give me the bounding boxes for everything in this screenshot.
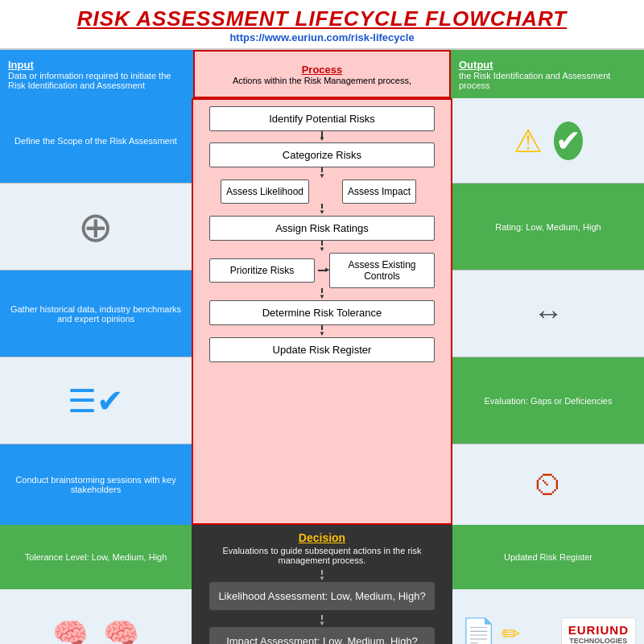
right-item-1-text: Rating: Low, Medium, High bbox=[452, 184, 644, 270]
process-box-likelihood: Assess Likelihood bbox=[221, 180, 309, 204]
left-icon-row-1: ⊕ bbox=[0, 184, 192, 270]
main-title: RISK ASSESSMENT LIFECYCLE FLOWCHART bbox=[0, 6, 644, 31]
left-item-3-text: Conduct brainstorming sessions with key … bbox=[0, 444, 192, 525]
bottom-center: Decision Evaluations to guide subsequent… bbox=[192, 525, 452, 644]
input-title: Input bbox=[8, 59, 185, 71]
prioritize-row: Prioritize Risks ▶ Assess Existing Contr… bbox=[209, 253, 435, 288]
left-icon-row-2: ☰✔ bbox=[0, 357, 192, 444]
bottom-right-icons: 📄 ✏ EURIUND TECHNOLOGIES bbox=[452, 589, 644, 644]
input-desc: Data or information required to initiate… bbox=[8, 71, 185, 90]
output-desc: the Risk Identification and Assessment p… bbox=[459, 71, 636, 90]
process-box-controls: Assess Existing Controls bbox=[329, 253, 435, 288]
legend-input: Input Data or information required to in… bbox=[0, 50, 193, 98]
decision-box-2: Impact Assessment: Low, Medium, High? bbox=[209, 627, 435, 644]
logo-area: EURIUND TECHNOLOGIES bbox=[561, 617, 636, 645]
process-box-4: Determine Risk Tolerance bbox=[209, 300, 435, 325]
process-box-impact: Assess Impact bbox=[342, 180, 416, 204]
left-item-1-text: Define the Scope of the Risk Assessment bbox=[0, 98, 192, 183]
brain-blue-icon: 🧠 bbox=[52, 617, 89, 644]
gauge-icon: ⏲ bbox=[533, 468, 564, 502]
logo-sub: TECHNOLOGIES bbox=[568, 637, 629, 645]
main-area: Define the Scope of the Risk Assessment … bbox=[0, 98, 644, 525]
center-column: Identify Potential Risks ▼ Categorize Ri… bbox=[192, 98, 452, 525]
right-column: ⚠ ✔ Rating: Low, Medium, High ↔ Evaluati… bbox=[452, 98, 644, 525]
arrows-icon: ↔ bbox=[533, 296, 564, 331]
bottom-right: Updated Risk Register 📄 ✏ EURIUND TECHNO… bbox=[452, 525, 644, 644]
left-row-3: Conduct brainstorming sessions with key … bbox=[0, 444, 192, 525]
right-row-2: Evaluation: Gaps or Deficiencies bbox=[452, 357, 644, 444]
left-column: Define the Scope of the Risk Assessment … bbox=[0, 98, 192, 525]
target-icon: ⊕ bbox=[78, 206, 114, 248]
process-box-1: Identify Potential Risks bbox=[209, 106, 435, 131]
decision-title: Decision bbox=[201, 531, 443, 544]
decision-header: Decision Evaluations to guide subsequent… bbox=[201, 531, 443, 565]
checklist-icon: ☰✔ bbox=[68, 382, 124, 419]
process-desc: Actions within the Risk Management proce… bbox=[203, 76, 441, 85]
bottom-left-icons: 🧠 🧠 bbox=[0, 589, 192, 644]
decision-box-1: Likelihood Assessment: Low, Medium, High… bbox=[209, 582, 435, 610]
left-row-1: Define the Scope of the Risk Assessment bbox=[0, 98, 192, 184]
page-container: RISK ASSESSMENT LIFECYCLE FLOWCHART http… bbox=[0, 0, 644, 644]
process-box-prioritize: Prioritize Risks bbox=[209, 258, 315, 283]
brain-orange-icon: 🧠 bbox=[103, 617, 139, 644]
warning-icon: ⚠ bbox=[514, 122, 543, 159]
legend-row: Input Data or information required to in… bbox=[0, 50, 644, 98]
right-item-2-text: Evaluation: Gaps or Deficiencies bbox=[452, 357, 644, 444]
process-box-2: Categorize Risks bbox=[209, 142, 435, 167]
bottom-left: Tolerance Level: Low, Medium, High 🧠 🧠 bbox=[0, 525, 192, 644]
parallel-assess-row: Assess Likelihood Assess Impact bbox=[209, 180, 435, 204]
logo-brand: EURIUND bbox=[568, 623, 629, 637]
output-title: Output bbox=[459, 59, 636, 71]
left-row-2: Gather historical data, industry benchma… bbox=[0, 270, 192, 357]
bottom-area: Tolerance Level: Low, Medium, High 🧠 🧠 D… bbox=[0, 525, 644, 644]
right-icon-row-3: ⏲ bbox=[452, 444, 644, 525]
process-box-3: Assign Risk Ratings bbox=[209, 216, 435, 241]
process-box-5: Update Risk Register bbox=[209, 337, 435, 362]
right-icon-row-1: ⚠ ✔ bbox=[452, 98, 644, 184]
bottom-right-register: Updated Risk Register bbox=[452, 525, 644, 589]
left-item-2-text: Gather historical data, industry benchma… bbox=[0, 270, 192, 357]
url-subtitle[interactable]: https://www.euriun.com/risk-lifecycle bbox=[0, 31, 644, 47]
decision-desc: Evaluations to guide subsequent actions … bbox=[201, 546, 443, 565]
document-icon: 📄 bbox=[460, 617, 497, 644]
checkmark-icon: ✔ bbox=[554, 122, 583, 160]
legend-output: Output the Risk Identification and Asses… bbox=[451, 50, 644, 98]
header: RISK ASSESSMENT LIFECYCLE FLOWCHART http… bbox=[0, 0, 644, 50]
right-row-1: Rating: Low, Medium, High bbox=[452, 184, 644, 270]
legend-process: Process Actions within the Risk Manageme… bbox=[193, 50, 451, 98]
pencil-icon: ✏ bbox=[502, 621, 520, 645]
right-icon-row-2: ↔ bbox=[452, 270, 644, 357]
process-title: Process bbox=[203, 64, 441, 76]
bottom-left-tolerance: Tolerance Level: Low, Medium, High bbox=[0, 525, 192, 589]
